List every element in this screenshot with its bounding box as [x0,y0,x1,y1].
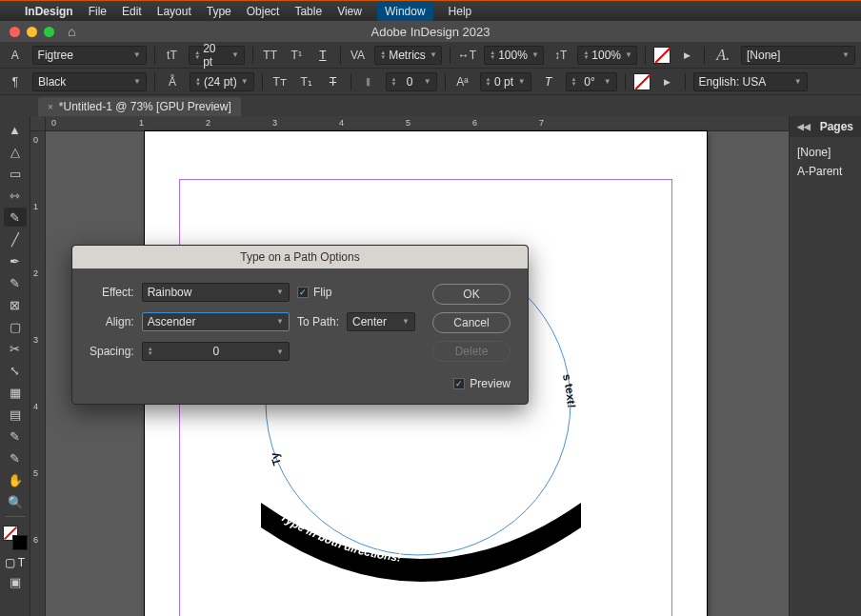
align-select[interactable]: Ascender▼ [142,312,290,331]
right-panel: ◀◀ Pages [None] A-Parent [789,116,861,616]
hand-tool[interactable]: ✋ [4,470,27,489]
ruler-v-tick: 2 [33,268,38,278]
para-format-icon[interactable]: ¶ [6,72,25,91]
menu-view[interactable]: View [337,5,362,18]
note-tool[interactable]: ✎ [4,427,27,446]
delete-button[interactable]: Delete [432,341,511,362]
font-size-icon: tT [163,46,182,65]
pencil-tool[interactable]: ✎ [4,273,27,292]
line-tool[interactable]: ╱ [4,229,27,248]
bottom-path[interactable]: Type in both directions! [240,503,602,598]
view-mode-tool[interactable]: ▣ [4,572,27,591]
flip-checkbox[interactable]: ✓Flip [297,286,415,299]
ruler-horizontal[interactable]: 0 1 2 3 4 5 6 7 [46,116,789,131]
swatch-arrow-icon[interactable]: ▶ [678,46,697,65]
minimize-icon[interactable] [27,27,37,37]
allcaps-icon[interactable]: TT [261,46,280,65]
topath-select[interactable]: Center▼ [347,312,415,331]
char-style-select[interactable]: [None]▼ [741,46,855,65]
preview-checkbox[interactable]: ✓Preview [453,377,511,390]
page-tool[interactable]: ▭ [4,164,27,183]
ruler-v-tick: 3 [33,335,38,345]
menu-layout[interactable]: Layout [157,5,191,18]
char-style-icon: A. [716,47,730,64]
type-on-path-tool[interactable]: ✎ [4,208,27,227]
pen-tool[interactable]: ✒ [4,251,27,270]
ruler-h-tick: 3 [272,118,277,128]
tracking-input[interactable]: ▲▼0▼ [386,72,437,91]
leading-input[interactable]: ▲▼(24 pt)▼ [190,72,254,91]
language-select[interactable]: English: USA▼ [693,72,808,91]
menu-file[interactable]: File [89,5,107,18]
tab-label: *Untitled-1 @ 73% [GPU Preview] [59,100,231,113]
traffic-lights [10,27,54,37]
direct-selection-tool[interactable]: △ [4,142,27,161]
free-transform-tool[interactable]: ⤡ [4,361,27,380]
font-size-input[interactable]: ▲▼20 pt▼ [189,46,245,65]
subscript-icon[interactable]: T₁ [297,72,316,91]
smallcaps-icon[interactable]: Tᴛ [270,72,290,91]
rectangle-tool[interactable]: ▢ [4,317,27,336]
stroke-swatch[interactable] [633,73,651,90]
strikethrough-icon[interactable]: T [324,72,343,91]
ruler-h-tick: 5 [406,118,410,128]
cancel-button[interactable]: Cancel [432,312,511,333]
app-name[interactable]: InDesign [25,5,73,18]
selection-tool[interactable]: ▲ [4,120,27,139]
ruler-vertical[interactable]: 0 1 2 3 4 5 6 [30,131,46,616]
vscale-icon: ↕T [551,46,571,65]
zoom-tool[interactable]: 🔍 [4,492,27,511]
window-titlebar: ⌂ Adobe InDesign 2023 [0,21,861,42]
font-family-select[interactable]: Figtree▼ [32,46,147,65]
pages-panel-body: [None] A-Parent [790,137,861,187]
hscale-input[interactable]: ▲▼100%▼ [484,46,544,65]
gap-tool[interactable]: ⇿ [4,186,27,205]
menu-window[interactable]: Window [377,2,433,21]
maximize-icon[interactable] [44,27,54,37]
document-tab[interactable]: × *Untitled-1 @ 73% [GPU Preview] [38,97,241,116]
svg-text:Ty: Ty [268,450,284,467]
effect-select[interactable]: Rainbow▼ [142,283,290,302]
vscale-input[interactable]: ▲▼100%▼ [577,46,637,65]
rectangle-frame-tool[interactable]: ⊠ [4,295,27,314]
spacing-input[interactable]: ▲▼0▼ [142,342,290,361]
panel-collapse-icon[interactable]: ◀◀ [797,122,811,131]
close-icon[interactable] [10,27,20,37]
ruler-h-tick: 0 [51,118,56,128]
menu-help[interactable]: Help [449,5,472,18]
ok-button[interactable]: OK [432,284,511,305]
eyedropper-tool[interactable]: ✎ [4,448,27,467]
superscript-icon[interactable]: T¹ [287,46,306,65]
mac-menubar: InDesign File Edit Layout Type Object Ta… [0,0,861,21]
font-style-select[interactable]: Black▼ [32,72,147,91]
scissors-tool[interactable]: ✂ [4,339,27,358]
pages-panel-tab[interactable]: ◀◀ Pages [790,116,861,137]
pages-item-parent[interactable]: A-Parent [797,162,853,181]
menu-type[interactable]: Type [207,5,231,18]
pages-item-none[interactable]: [None] [797,143,853,162]
kerning-value: Metrics [389,49,426,62]
effect-label: Effect: [90,286,134,299]
topath-value: Center [352,315,387,328]
gradient-feather-tool[interactable]: ▤ [4,405,27,424]
menu-edit[interactable]: Edit [122,5,142,18]
gradient-swatch-tool[interactable]: ▦ [4,383,27,402]
underline-icon[interactable]: T [313,46,332,65]
tracking-value: 0 [407,75,413,89]
kerning-select[interactable]: ▲▼Metrics▼ [374,46,441,65]
fill-swatch[interactable] [653,47,671,64]
fill-stroke-swatches[interactable] [3,526,28,550]
effect-value: Rainbow [148,286,192,299]
menu-object[interactable]: Object [247,5,280,18]
tab-close-icon[interactable]: × [48,102,53,112]
skew-input[interactable]: ▲▼0°▼ [566,72,617,91]
baseline-input[interactable]: ▲▼0 pt▼ [480,72,531,91]
stroke-arrow-icon[interactable]: ▶ [658,72,677,91]
window-title: Adobe InDesign 2023 [370,25,490,39]
ruler-origin[interactable] [30,116,46,131]
char-style-value: [None] [747,49,780,62]
color-mode-toggles[interactable]: ▢T [4,556,27,569]
menu-table[interactable]: Table [294,5,322,18]
char-format-icon[interactable]: A [6,46,25,65]
home-icon[interactable]: ⌂ [68,24,75,39]
